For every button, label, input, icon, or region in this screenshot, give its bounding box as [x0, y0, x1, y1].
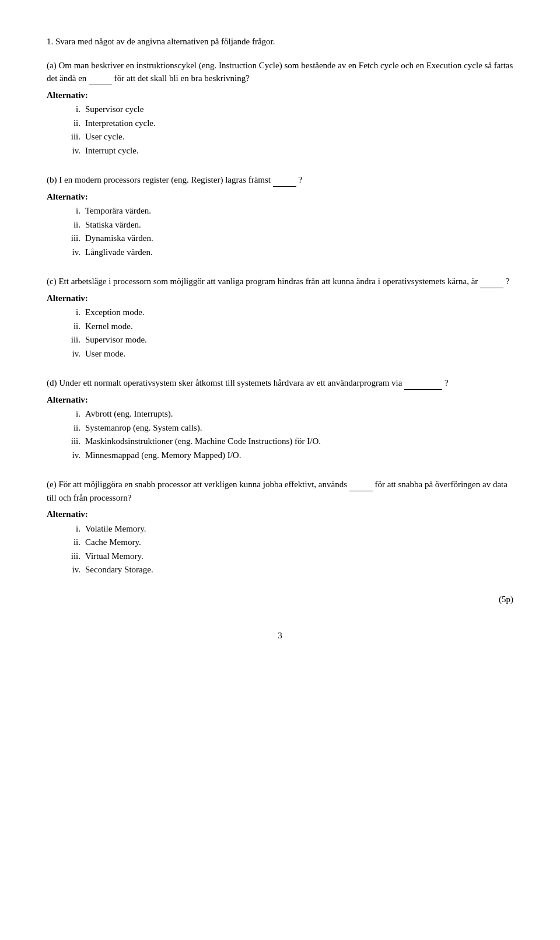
page-number: 3 — [47, 629, 513, 642]
score-note: (5p) — [499, 593, 513, 606]
list-item: ii. Cache Memory. — [64, 536, 513, 549]
question-1-intro: 1. Svara med något av de angivna alterna… — [47, 35, 513, 48]
list-item: iii. Maskinkodsinstruktioner (eng. Machi… — [64, 435, 513, 448]
part-c-alternativ-label: Alternativ: — [47, 292, 513, 305]
part-c-question: (c) Ett arbetsläge i processorn som möjl… — [47, 275, 513, 288]
part-e-alternatives: i. Volatile Memory. ii. Cache Memory. ii… — [47, 522, 513, 576]
part-c-block: (c) Ett arbetsläge i processorn som möjl… — [47, 275, 513, 360]
list-item: ii. Kernel mode. — [64, 320, 513, 333]
part-d-block: (d) Under ett normalt operativsystem ske… — [47, 376, 513, 462]
list-item: iii. Virtual Memory. — [64, 550, 513, 563]
list-item: iii. User cycle. — [64, 130, 513, 144]
part-c-alternatives: i. Exception mode. ii. Kernel mode. iii.… — [47, 306, 513, 360]
part-d-alternativ-label: Alternativ: — [47, 393, 513, 407]
part-d-alternatives: i. Avbrott (eng. Interrupts). ii. System… — [47, 407, 513, 462]
part-b-alternatives: i. Temporära värden. ii. Statiska värden… — [47, 204, 513, 258]
list-item: iv. User mode. — [64, 347, 513, 361]
part-d-question: (d) Under ett normalt operativsystem ske… — [47, 376, 513, 390]
part-e-alternativ-label: Alternativ: — [47, 508, 513, 521]
list-item: i. Volatile Memory. — [64, 522, 513, 536]
list-item: ii. Interpretation cycle. — [64, 117, 513, 130]
list-item: iii. Dynamiska värden. — [64, 232, 513, 245]
part-a-block: (a) Om man beskriver en instruktionscyke… — [47, 59, 513, 158]
list-item: i. Supervisor cycle — [64, 103, 513, 116]
list-item: iv. Minnesmappad (eng. Memory Mapped) I/… — [64, 449, 513, 462]
part-b-question: (b) I en modern processors register (eng… — [47, 173, 513, 187]
part-b-alternativ-label: Alternativ: — [47, 190, 513, 204]
list-item: i. Temporära värden. — [64, 204, 513, 218]
part-a-alternatives: i. Supervisor cycle ii. Interpretation c… — [47, 103, 513, 157]
list-item: iv. Interrupt cycle. — [64, 144, 513, 158]
list-item: i. Avbrott (eng. Interrupts). — [64, 407, 513, 421]
part-b-block: (b) I en modern processors register (eng… — [47, 173, 513, 258]
list-item: iv. Långlivade värden. — [64, 246, 513, 259]
part-e-question: (e) För att möjliggöra en snabb processo… — [47, 478, 513, 504]
list-item: ii. Systemanrop (eng. System calls). — [64, 421, 513, 435]
list-item: iii. Supervisor mode. — [64, 333, 513, 347]
list-item: iv. Secondary Storage. — [64, 563, 513, 576]
part-a-question: (a) Om man beskriver en instruktionscyke… — [47, 59, 513, 85]
list-item: i. Exception mode. — [64, 306, 513, 319]
list-item: ii. Statiska värden. — [64, 218, 513, 232]
part-e-block: (e) För att möjliggöra en snabb processo… — [47, 478, 513, 576]
part-a-alternativ-label: Alternativ: — [47, 89, 513, 102]
